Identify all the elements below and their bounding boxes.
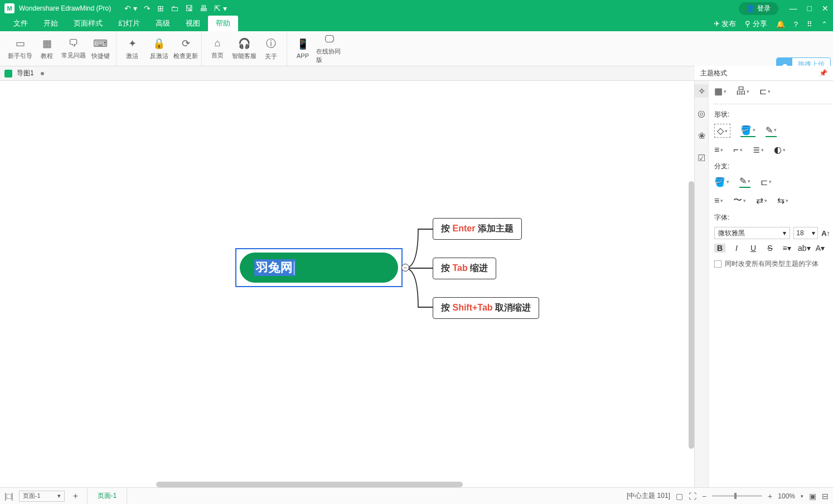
- bold-button[interactable]: B: [714, 244, 725, 253]
- print-icon[interactable]: 🖶: [200, 4, 207, 13]
- menu-view[interactable]: 视图: [178, 16, 208, 31]
- video-icon: ▦: [42, 37, 52, 50]
- ribbon-app[interactable]: 📱APP: [289, 33, 316, 64]
- help-icon[interactable]: ?: [794, 20, 798, 28]
- fontcolor-button[interactable]: A▾: [815, 244, 826, 253]
- ribbon-shortcut[interactable]: ⌨快捷键: [87, 33, 114, 64]
- canvas[interactable]: 羽兔网 − 按 Enter 添加主题 按 Tab 缩进 按 Shift+Tab …: [0, 81, 694, 487]
- font-size-select[interactable]: 18▾: [793, 227, 818, 239]
- collapse-toggle[interactable]: −: [401, 264, 409, 272]
- branch-weight[interactable]: ≡▾: [714, 196, 723, 206]
- page-select[interactable]: 页面-1▾: [19, 491, 65, 502]
- ribbon-about[interactable]: ⓘ关于: [258, 33, 284, 64]
- notify-icon[interactable]: 🔔: [776, 20, 785, 28]
- menu-advanced[interactable]: 高级: [148, 16, 178, 31]
- publish-button[interactable]: ✈ 发布: [714, 19, 737, 29]
- zoom-value[interactable]: 100%: [778, 492, 795, 500]
- ribbon-activate[interactable]: ✦激活: [119, 33, 146, 64]
- branch-fill[interactable]: 🪣▾: [714, 177, 729, 187]
- app-title: Wondershare EdrawMind (Pro): [19, 4, 111, 12]
- open-icon[interactable]: 🗀: [171, 4, 178, 13]
- tab-style-icon[interactable]: ✧: [695, 84, 708, 98]
- font-family-select[interactable]: 微软雅黑▾: [714, 227, 790, 239]
- present-icon[interactable]: ▣: [809, 492, 816, 501]
- menu-pagestyle[interactable]: 页面样式: [66, 16, 110, 31]
- undo-icon[interactable]: ↶ ▾: [124, 4, 137, 13]
- ribbon-deactivate[interactable]: 🔒反激活: [146, 33, 172, 64]
- menu-help[interactable]: 帮助: [208, 16, 238, 31]
- share-button[interactable]: ⚲ 分享: [745, 19, 767, 29]
- panel-title: 主题格式: [700, 69, 727, 78]
- add-page-button[interactable]: +: [70, 491, 81, 502]
- fullscreen-icon[interactable]: ⊟: [822, 492, 829, 501]
- italic-button[interactable]: I: [731, 244, 742, 253]
- line-style[interactable]: ≣▾: [753, 144, 764, 155]
- more-icon[interactable]: ⠿: [807, 20, 812, 28]
- branch-arrow2[interactable]: ⇆▾: [777, 195, 788, 206]
- zoom-slider[interactable]: [712, 495, 762, 497]
- ribbon-update[interactable]: ⟳检查更新: [172, 33, 199, 64]
- pin-icon[interactable]: 📌: [819, 69, 827, 77]
- ribbon-online[interactable]: 🖵在线协同版: [316, 33, 343, 64]
- root-node[interactable]: 羽兔网: [235, 248, 403, 287]
- shadow-tool[interactable]: ◐▾: [774, 144, 786, 155]
- linestyle-icon: ≣: [753, 144, 760, 155]
- fill-color[interactable]: 🪣▾: [740, 125, 755, 137]
- menu-file[interactable]: 文件: [6, 16, 36, 31]
- login-button[interactable]: 👤 登录: [739, 2, 778, 15]
- font-grow[interactable]: A↑: [821, 229, 830, 238]
- page-tab[interactable]: 页面-1: [87, 488, 128, 505]
- branch-tool[interactable]: ⊏▾: [759, 86, 771, 96]
- maximize-icon[interactable]: □: [807, 4, 812, 13]
- structure-tool[interactable]: 品▾: [737, 85, 749, 97]
- branch-arrow1[interactable]: ⇄▾: [756, 195, 767, 206]
- zoom-out-icon[interactable]: −: [702, 492, 706, 501]
- underline-button[interactable]: U: [748, 244, 759, 253]
- zoom-in-icon[interactable]: +: [768, 492, 772, 501]
- ribbon: ▭新手引导 ▦教程 🗨常见问题 ⌨快捷键 ✦激活 🔒反激活 ⟳检查更新 ⌂首页 …: [0, 31, 833, 66]
- view1-icon[interactable]: ▢: [676, 492, 683, 501]
- export-icon[interactable]: ⇱ ▾: [214, 4, 227, 13]
- branch-border[interactable]: ✎▾: [739, 176, 750, 188]
- corner-style[interactable]: ⌐▾: [733, 145, 742, 155]
- scrollbar-horizontal[interactable]: [156, 482, 463, 487]
- apply-all-checkbox[interactable]: 同时改变所有同类型主题的字体: [714, 259, 833, 269]
- menu-slide[interactable]: 幻灯片: [110, 16, 148, 31]
- align-button[interactable]: ≡▾: [781, 244, 792, 253]
- doc-tab[interactable]: 导图1: [17, 69, 34, 78]
- layout-tool[interactable]: ▦▾: [714, 86, 727, 96]
- branch-connector[interactable]: ⊏▾: [761, 177, 772, 187]
- highlight-button[interactable]: ab▾: [798, 244, 809, 253]
- branch-icon: ⊏: [759, 86, 767, 96]
- border-color[interactable]: ✎▾: [766, 125, 777, 137]
- root-node-text[interactable]: 羽兔网: [254, 259, 296, 276]
- save-icon[interactable]: 🖫: [185, 4, 193, 13]
- ribbon-support[interactable]: 🎧智能客服: [231, 33, 258, 64]
- doc-icon: [4, 70, 12, 77]
- app-logo-icon: M: [4, 3, 14, 13]
- branch-curve[interactable]: 〜▾: [733, 195, 746, 206]
- ribbon-guide[interactable]: ▭新手引导: [7, 33, 33, 64]
- line-weight[interactable]: ≡▾: [714, 145, 723, 155]
- lineweight-icon: ≡: [714, 145, 719, 155]
- ribbon-faq[interactable]: 🗨常见问题: [60, 33, 87, 64]
- book-icon: ▭: [16, 37, 25, 50]
- outline-icon[interactable]: |□|: [4, 492, 13, 501]
- corner-icon: ⌐: [733, 145, 738, 155]
- menu-start[interactable]: 开始: [36, 16, 66, 31]
- strike-button[interactable]: S: [764, 244, 776, 253]
- tab-task-icon[interactable]: ☑: [695, 151, 708, 164]
- lock-icon: 🔒: [153, 37, 165, 50]
- redo-icon[interactable]: ↷: [144, 4, 151, 13]
- minimize-icon[interactable]: —: [790, 4, 797, 13]
- close-icon[interactable]: ✕: [822, 4, 829, 13]
- tab-layout-icon[interactable]: ◎: [695, 106, 708, 120]
- ribbon-home[interactable]: ⌂首页: [204, 33, 231, 64]
- collapse-ribbon-icon[interactable]: ⌃: [821, 20, 827, 28]
- fit-icon[interactable]: ⛶: [689, 492, 696, 501]
- new-icon[interactable]: ⊞: [157, 4, 164, 13]
- tab-theme-icon[interactable]: ❀: [695, 129, 708, 142]
- ribbon-tutorial[interactable]: ▦教程: [33, 33, 60, 64]
- shape-select[interactable]: ◇▾: [714, 124, 730, 138]
- scrollbar-vertical[interactable]: [689, 181, 694, 449]
